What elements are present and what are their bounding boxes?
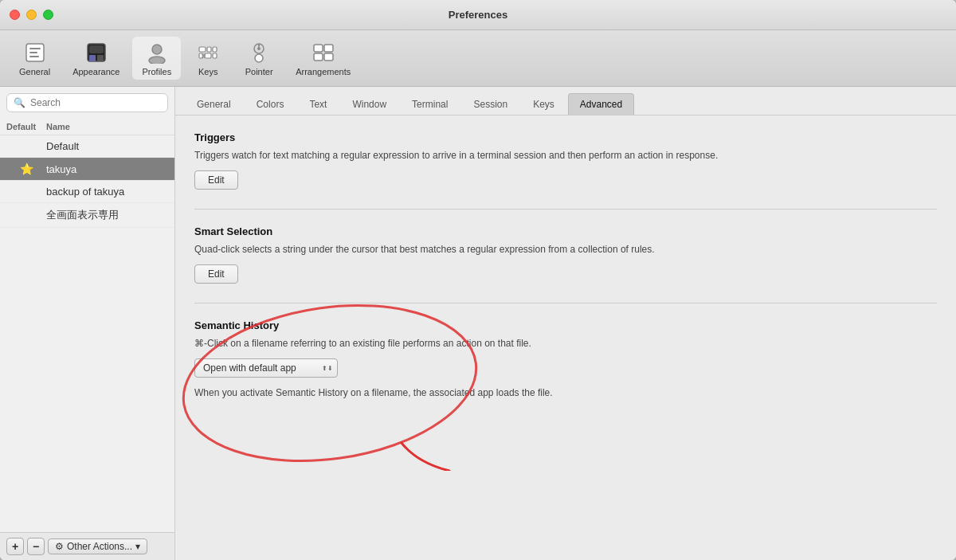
other-actions-label: Other Actions... [67, 541, 132, 552]
toolbar-item-appearance[interactable]: Appearance [63, 37, 129, 80]
divider-1 [194, 209, 937, 210]
profile-name-takuya: takuya [46, 163, 168, 175]
semantic-history-section: Semantic History ⌘-Click on a filename r… [194, 319, 937, 400]
arrangements-label: Arrangements [296, 67, 351, 76]
svg-rect-10 [199, 47, 206, 52]
search-bar: 🔍 [6, 93, 168, 112]
triggers-section: Triggers Triggers watch for text matchin… [194, 131, 937, 190]
tab-colors[interactable]: Colors [245, 93, 296, 115]
sidebar: 🔍 Default Name Default ⭐ takuya [0, 87, 175, 560]
general-label: General [19, 67, 50, 76]
profile-item-fullscreen[interactable]: 全画面表示専用 [0, 203, 174, 228]
add-profile-button[interactable]: + [6, 538, 24, 555]
tab-advanced[interactable]: Advanced [568, 93, 634, 115]
svg-rect-2 [29, 52, 37, 53]
appearance-label: Appearance [72, 67, 120, 76]
profile-item-default[interactable]: Default [0, 135, 174, 158]
tab-general[interactable]: General [185, 93, 243, 115]
svg-rect-1 [29, 48, 41, 49]
profile-name-default: Default [46, 140, 168, 152]
search-icon: 🔍 [14, 97, 25, 108]
svg-rect-7 [97, 55, 104, 61]
svg-point-8 [152, 45, 162, 54]
svg-point-20 [257, 47, 261, 50]
profile-item-backup[interactable]: backup of takuya [0, 181, 174, 203]
tab-keys[interactable]: Keys [521, 93, 566, 115]
profiles-label: Profiles [142, 67, 171, 76]
profile-name-fullscreen: 全画面表示専用 [46, 208, 168, 222]
header-default: Default [6, 122, 46, 131]
semantic-history-when-text: When you activate Semantic History on a … [194, 386, 937, 400]
svg-rect-6 [89, 55, 96, 61]
sidebar-bottom: + − ⚙ Other Actions... ▾ [0, 532, 174, 560]
triggers-title: Triggers [194, 131, 937, 143]
panel-content: Triggers Triggers watch for text matchin… [175, 116, 956, 560]
dropdown-wrapper: Open with default app Open with editor R… [194, 358, 338, 378]
header-name: Name [46, 122, 168, 131]
tab-text[interactable]: Text [297, 93, 339, 115]
svg-rect-24 [324, 53, 333, 61]
tab-bar: General Colors Text Window Terminal Sess… [175, 87, 956, 116]
svg-rect-11 [207, 47, 211, 52]
svg-rect-5 [89, 45, 104, 53]
toolbar-item-keys[interactable]: ⌘ Keys [184, 37, 232, 80]
tab-session[interactable]: Session [461, 93, 519, 115]
triggers-edit-button[interactable]: Edit [194, 170, 238, 190]
arrangements-icon [311, 40, 336, 65]
pointer-icon [246, 40, 272, 65]
profile-item-takuya[interactable]: ⭐ takuya [0, 158, 174, 181]
toolbar-item-arrangements[interactable]: Arrangements [286, 37, 360, 80]
keys-icon: ⌘ [195, 40, 221, 65]
triggers-description: Triggers watch for text matching a regul… [194, 148, 937, 163]
titlebar: Preferences [0, 0, 956, 30]
dropdown-container: Open with default app Open with editor R… [194, 358, 937, 378]
profiles-icon [144, 40, 170, 65]
preferences-window: Preferences General [0, 0, 956, 560]
appearance-icon [84, 40, 109, 65]
chevron-down-icon: ▾ [135, 541, 140, 552]
tab-window[interactable]: Window [340, 93, 398, 115]
tab-terminal[interactable]: Terminal [400, 93, 460, 115]
right-panel: General Colors Text Window Terminal Sess… [175, 87, 956, 560]
smart-selection-edit-button[interactable]: Edit [194, 264, 238, 284]
toolbar: General Appearance Profiles [0, 30, 956, 87]
minimize-button[interactable] [26, 10, 37, 20]
svg-rect-18 [258, 44, 260, 47]
toolbar-item-pointer[interactable]: Pointer [235, 37, 283, 80]
semantic-history-title: Semantic History [194, 319, 937, 331]
other-actions-button[interactable]: ⚙ Other Actions... ▾ [48, 538, 147, 554]
profile-list: Default ⭐ takuya backup of takuya 全画面表示専… [0, 135, 174, 532]
smart-selection-title: Smart Selection [194, 225, 937, 237]
svg-rect-21 [314, 45, 323, 52]
main-content: 🔍 Default Name Default ⭐ takuya [0, 87, 956, 560]
svg-rect-23 [314, 53, 323, 61]
svg-point-9 [149, 57, 165, 64]
svg-point-19 [255, 54, 263, 62]
semantic-history-cmd-description: ⌘-Click on a filename referring to an ex… [194, 336, 937, 350]
remove-profile-button[interactable]: − [27, 538, 45, 555]
smart-selection-section: Smart Selection Quad-click selects a str… [194, 225, 937, 284]
window-title: Preferences [449, 9, 507, 21]
svg-rect-22 [324, 45, 333, 52]
svg-rect-3 [29, 56, 39, 57]
svg-rect-12 [213, 47, 217, 52]
gear-icon: ⚙ [55, 541, 64, 552]
toolbar-item-profiles[interactable]: Profiles [132, 37, 181, 80]
general-icon [22, 40, 48, 65]
search-input[interactable] [30, 97, 161, 108]
traffic-lights [10, 10, 53, 20]
close-button[interactable] [10, 10, 20, 20]
svg-rect-15 [213, 53, 217, 58]
profile-name-backup: backup of takuya [46, 186, 168, 198]
divider-2 [194, 303, 937, 303]
profile-star-takuya: ⭐ [6, 163, 46, 175]
keys-label: Keys [198, 67, 217, 76]
maximize-button[interactable] [43, 10, 53, 20]
svg-text:⌘: ⌘ [201, 53, 206, 59]
pointer-label: Pointer [245, 67, 273, 76]
smart-selection-description: Quad-click selects a string under the cu… [194, 242, 937, 257]
semantic-history-dropdown[interactable]: Open with default app Open with editor R… [194, 358, 338, 378]
profile-list-header: Default Name [0, 119, 174, 135]
toolbar-item-general[interactable]: General [10, 37, 60, 80]
